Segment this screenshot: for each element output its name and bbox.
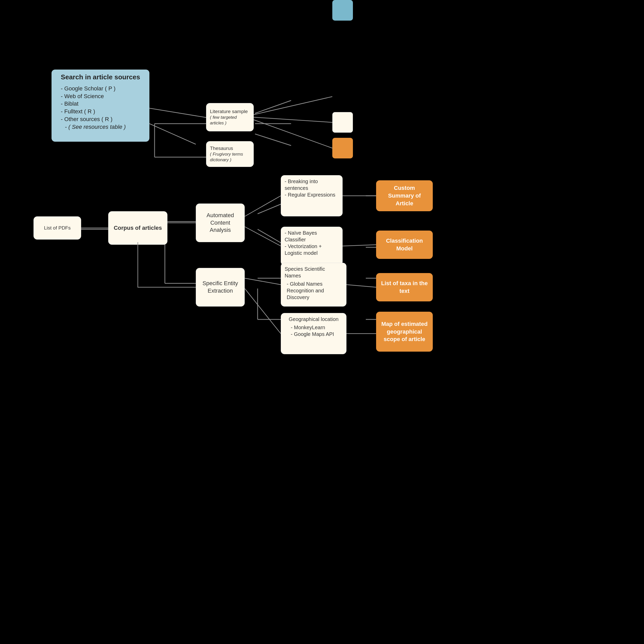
- list-taxa-box: List of taxa in the text: [376, 273, 433, 301]
- specific-entity-box: Specific Entity Extraction: [196, 268, 245, 307]
- thesaurus-subtitle: ( Frugivory terms dictionary ): [210, 151, 250, 163]
- automated-content-box: Automated Content Analysis: [196, 204, 245, 242]
- search-sources-box: Search in article sources Google Scholar…: [52, 70, 149, 142]
- breaking-sentences-box: Breaking into sentences Regular Expressi…: [281, 175, 343, 216]
- diagram-container: Search in article sources Google Scholar…: [0, 0, 644, 644]
- custom-summary-box: Custom Summary of Article: [376, 180, 433, 211]
- svg-line-3: [255, 100, 291, 113]
- legend-orange-box: [332, 138, 353, 158]
- naive-item-1: Naïve Bayes Classifier: [285, 230, 339, 243]
- legend-cream-box: [332, 112, 353, 133]
- corpus-box: Corpus of articles: [108, 211, 167, 245]
- species-names-box: Species Scientific Names Global Names Re…: [281, 263, 346, 307]
- literature-sample-box: Literature sample ( few targeted article…: [206, 103, 254, 131]
- geo-item-1: MonkeyLearn: [291, 324, 338, 331]
- list-taxa-label: List of taxa in the text: [376, 276, 433, 298]
- list-pdfs-label: List of PDFs: [40, 222, 74, 234]
- naive-bayes-box: Naïve Bayes Classifier Vectorization + L…: [281, 227, 343, 265]
- specific-entity-label: Specific Entity Extraction: [196, 277, 244, 297]
- svg-line-26: [245, 196, 281, 216]
- naive-bayes-content: Naïve Bayes Classifier Vectorization + L…: [281, 227, 342, 259]
- svg-line-5: [255, 134, 291, 146]
- svg-line-27: [245, 227, 281, 246]
- search-list-item-4: Fulltext ( R ): [61, 108, 140, 115]
- legend-blue-box: [332, 0, 353, 21]
- automated-content-label: Automated Content Analysis: [196, 209, 244, 236]
- svg-line-22: [254, 117, 332, 122]
- svg-line-31: [245, 289, 281, 334]
- search-sources-title: Search in article sources: [61, 73, 140, 82]
- svg-line-30: [245, 278, 281, 285]
- thesaurus-box: Thesaurus ( Frugivory terms dictionary ): [206, 141, 254, 167]
- svg-line-19: [149, 108, 206, 117]
- classification-model-label: Classification Model: [376, 234, 433, 255]
- classification-model-box: Classification Model: [376, 231, 433, 259]
- search-list-item-6: ( See resources table ): [61, 123, 140, 131]
- search-list-item-1: Google Scholar ( P ): [61, 85, 140, 92]
- corpus-label: Corpus of articles: [109, 221, 166, 235]
- geographical-content: Geographical location MonkeyLearn Google…: [285, 313, 342, 340]
- search-list-item-2: Web of Science: [61, 92, 140, 100]
- breaking-item-2: Regular Expressions: [285, 191, 339, 198]
- svg-line-21: [254, 97, 332, 115]
- geo-item-2: Google Maps API: [291, 331, 338, 337]
- custom-summary-label: Custom Summary of Article: [376, 181, 433, 210]
- literature-sample-subtitle: ( few targeted articles ): [210, 115, 250, 126]
- svg-line-29: [343, 245, 376, 246]
- breaking-sentences-content: Breaking into sentences Regular Expressi…: [281, 175, 342, 201]
- thesaurus-title: Thesaurus: [210, 145, 250, 152]
- geographical-box: Geographical location MonkeyLearn Google…: [281, 313, 346, 354]
- list-pdfs-box: List of PDFs: [33, 216, 81, 240]
- naive-item-2: Vectorization + Logistic model: [285, 243, 339, 256]
- search-sources-list: Google Scholar ( P ) Web of Science Bibl…: [61, 85, 140, 131]
- map-geo-label: Map of estimated geographical scope of a…: [376, 317, 433, 346]
- species-names-content: Species Scientific Names Global Names Re…: [281, 263, 346, 303]
- literature-sample-title: Literature sample: [210, 108, 250, 115]
- search-list-item-3: Biblat: [61, 100, 140, 108]
- breaking-item-1: Breaking into sentences: [285, 178, 339, 191]
- search-list-item-5: Other sources ( R ): [61, 115, 140, 123]
- svg-line-32: [346, 285, 376, 287]
- species-item-1: Global Names Recognition and Discovery: [287, 281, 343, 301]
- svg-line-20: [149, 124, 196, 144]
- svg-line-23: [254, 120, 332, 148]
- map-geo-box: Map of estimated geographical scope of a…: [376, 312, 433, 352]
